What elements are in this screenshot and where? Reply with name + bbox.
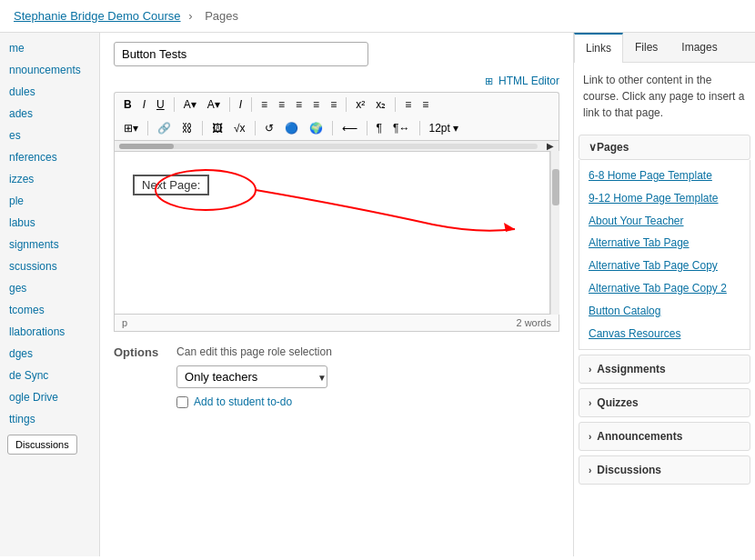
table-button[interactable]: ⊞▾ bbox=[119, 119, 143, 137]
link-button[interactable]: 🔗 bbox=[153, 119, 176, 137]
paragraph-button[interactable]: ¶ bbox=[372, 119, 387, 137]
italic-button[interactable]: I bbox=[138, 95, 150, 114]
bold-button[interactable]: B bbox=[119, 95, 136, 114]
globe-button[interactable]: 🌍 bbox=[305, 119, 327, 137]
discussions-label: Discussions bbox=[597, 464, 661, 476]
unordered-list-button[interactable]: ≡ bbox=[400, 95, 416, 114]
italic2-button[interactable]: I bbox=[235, 95, 247, 114]
sidebar-item-people[interactable]: ple bbox=[0, 190, 99, 212]
svg-marker-1 bbox=[504, 223, 515, 232]
sidebar-item-collaborations[interactable]: llaborations bbox=[0, 321, 99, 343]
undo-button[interactable]: ↺ bbox=[260, 119, 278, 137]
editor-tag: p bbox=[122, 317, 127, 328]
word-count: 2 words bbox=[516, 317, 551, 328]
sidebar-item-modules[interactable]: dules bbox=[0, 81, 99, 103]
page-item-alt-tab[interactable]: Alternative Tab Page bbox=[589, 232, 740, 255]
announcements-header[interactable]: › Announcements bbox=[579, 422, 750, 451]
quizzes-label: Quizzes bbox=[597, 396, 638, 409]
sidebar-item-pages[interactable]: ges bbox=[0, 277, 99, 299]
page-item-6-8[interactable]: 6-8 Home Page Template bbox=[589, 165, 740, 187]
page-item-button-catalog[interactable]: Button Catalog bbox=[589, 300, 740, 323]
options-label: Options bbox=[114, 345, 158, 359]
image-button[interactable]: 🖼 bbox=[207, 119, 227, 137]
breadcrumb-separator: › bbox=[188, 9, 192, 23]
subscript-button[interactable]: x₂ bbox=[371, 95, 390, 114]
align-right-button[interactable]: ≡ bbox=[291, 95, 307, 114]
toolbar-sep6 bbox=[147, 121, 148, 135]
right-scrollbar[interactable] bbox=[550, 151, 559, 315]
superscript-button[interactable]: x² bbox=[351, 95, 369, 114]
sidebar-item-es[interactable]: es bbox=[0, 125, 99, 146]
sidebar: me nnouncements dules ades es nferences … bbox=[0, 33, 100, 556]
html-editor-icon: ⊞ bbox=[485, 75, 493, 86]
main-content: ⊞ HTML Editor B I U A▾ A▾ I ≡ ≡ ≡ ≡ ≡ x²… bbox=[100, 33, 573, 556]
discussions-chevron-icon: › bbox=[589, 465, 591, 475]
align-center-button[interactable]: ≡ bbox=[274, 95, 289, 114]
align-justify-button[interactable]: ≡ bbox=[308, 95, 324, 114]
pages-section: ∨ Pages 6-8 Home Page Template 9-12 Home… bbox=[579, 135, 750, 350]
sidebar-item-badges[interactable]: dges bbox=[0, 343, 99, 365]
sidebar-item-syllabus[interactable]: labus bbox=[0, 212, 99, 234]
circle-button[interactable]: 🔵 bbox=[280, 119, 303, 137]
assignments-header[interactable]: › Assignments bbox=[579, 355, 750, 384]
pages-chevron-icon: ∨ bbox=[589, 141, 597, 154]
assignments-label: Assignments bbox=[597, 363, 665, 375]
page-item-alt-tab-copy2[interactable]: Alternative Tab Page Copy 2 bbox=[589, 277, 740, 300]
scroll-right-arrow[interactable]: ▶ bbox=[547, 141, 554, 151]
page-item-9-12[interactable]: 9-12 Home Page Template bbox=[589, 187, 740, 210]
underline-button[interactable]: U bbox=[152, 95, 169, 114]
align-left-button[interactable]: ≡ bbox=[257, 95, 272, 114]
sidebar-item-conferences[interactable]: nferences bbox=[0, 146, 99, 168]
course-link[interactable]: Stephanie Bridge Demo Course bbox=[14, 9, 181, 23]
sidebar-item-outcomes[interactable]: tcomes bbox=[0, 299, 99, 321]
align-extra-button[interactable]: ≡ bbox=[326, 95, 341, 114]
page-item-canvas-resources[interactable]: Canvas Resources bbox=[589, 323, 740, 345]
announcements-label: Announcements bbox=[597, 430, 682, 443]
sidebar-item-assignments[interactable]: signments bbox=[0, 234, 99, 255]
role-select[interactable]: Only teachers Teachers and students Anyo… bbox=[176, 365, 327, 388]
tab-files[interactable]: Files bbox=[623, 33, 669, 62]
toolbar-sep9 bbox=[332, 121, 333, 135]
math-button[interactable]: √x bbox=[229, 119, 250, 137]
discussions-section: › Discussions bbox=[579, 455, 750, 485]
sidebar-item-grades[interactable]: ades bbox=[0, 103, 99, 125]
font-color-button[interactable]: A▾ bbox=[179, 95, 201, 114]
checkbox-row[interactable]: Add to student to-do bbox=[176, 395, 332, 408]
can-edit-desc: Can edit this page role selection bbox=[176, 345, 332, 358]
font-size-button[interactable]: 12pt ▾ bbox=[425, 119, 464, 137]
pages-list: 6-8 Home Page Template 9-12 Home Page Te… bbox=[579, 160, 750, 350]
ordered-list-button[interactable]: ≡ bbox=[418, 95, 433, 114]
sidebar-item-me[interactable]: me bbox=[0, 37, 99, 59]
sidebar-item-grade-sync[interactable]: de Sync bbox=[0, 365, 99, 386]
page-item-about[interactable]: About Your Teacher bbox=[589, 210, 740, 233]
sidebar-item-settings[interactable]: ttings bbox=[0, 408, 99, 430]
page-item-alt-tab-copy[interactable]: Alternative Tab Page Copy bbox=[589, 255, 740, 277]
sidebar-item-quizzes[interactable]: izzes bbox=[0, 168, 99, 190]
pages-header[interactable]: ∨ Pages bbox=[579, 135, 750, 160]
html-editor-link[interactable]: ⊞ HTML Editor bbox=[485, 75, 559, 87]
checkbox-label: Add to student to-do bbox=[194, 395, 292, 408]
discussions-header[interactable]: › Discussions bbox=[579, 455, 750, 485]
unlink-button[interactable]: ⛓ bbox=[177, 119, 197, 137]
sidebar-item-announcements[interactable]: nnouncements bbox=[0, 59, 99, 81]
quizzes-header[interactable]: › Quizzes bbox=[579, 388, 750, 417]
sidebar-item-discussions[interactable]: scussions bbox=[0, 255, 99, 277]
editor-area[interactable]: Next Page: bbox=[114, 151, 550, 315]
bg-color-button[interactable]: A▾ bbox=[203, 95, 225, 114]
editor-wrapper: Next Page: bbox=[114, 151, 550, 315]
arrow-button[interactable]: ⟵ bbox=[337, 119, 362, 137]
page-title-input[interactable] bbox=[114, 42, 368, 66]
assignments-chevron-icon: › bbox=[589, 365, 591, 375]
toolbar-sep7 bbox=[202, 121, 203, 135]
discussions-button[interactable]: Discussions bbox=[7, 435, 77, 455]
student-todo-checkbox[interactable] bbox=[176, 396, 188, 408]
toolbar-sep2 bbox=[229, 97, 230, 112]
tab-images[interactable]: Images bbox=[669, 33, 729, 62]
sidebar-item-google-drive[interactable]: ogle Drive bbox=[0, 386, 99, 408]
tabs-row: Links Files Images bbox=[574, 33, 755, 63]
tab-links[interactable]: Links bbox=[574, 33, 623, 63]
select-wrapper: Only teachers Teachers and students Anyo… bbox=[176, 365, 332, 388]
paragraph2-button[interactable]: ¶↔ bbox=[388, 119, 414, 137]
toolbar-sep8 bbox=[255, 121, 256, 135]
toolbar-sep3 bbox=[251, 97, 252, 112]
